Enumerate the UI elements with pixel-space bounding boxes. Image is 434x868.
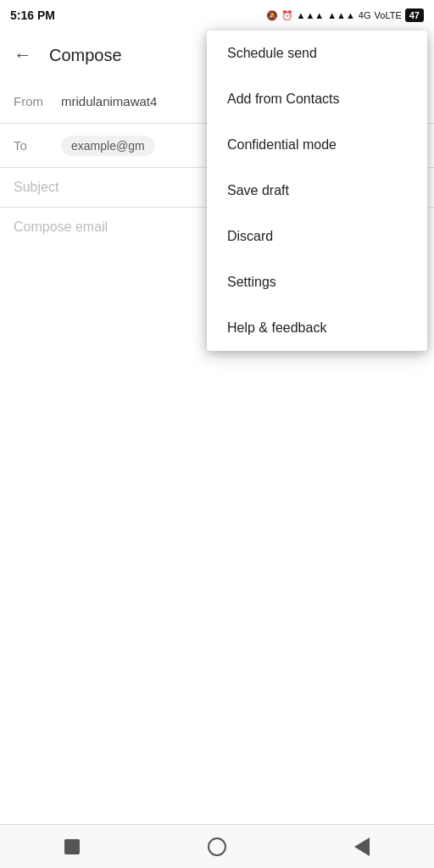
from-label: From	[14, 94, 61, 108]
status-bar: 5:16 PM 🔕 ⏰ ▲▲▲ ▲▲▲ 4G VoLTE 47	[0, 0, 434, 31]
nav-back-button[interactable]	[341, 826, 383, 868]
page-title: Compose	[49, 46, 122, 65]
triangle-icon	[354, 837, 370, 856]
signal2-icon: ▲▲▲	[327, 10, 355, 20]
mute-icon: 🔕	[266, 10, 278, 21]
status-icons: 🔕 ⏰ ▲▲▲ ▲▲▲ 4G VoLTE 47	[266, 8, 425, 22]
menu-item-schedule-send[interactable]: Schedule send	[207, 31, 427, 76]
square-icon	[64, 839, 80, 854]
to-label: To	[14, 138, 61, 153]
subject-input[interactable]: Subject	[14, 180, 58, 194]
signal-icon: ▲▲▲	[297, 10, 325, 20]
menu-item-help-feedback[interactable]: Help & feedback	[207, 305, 427, 351]
circle-icon	[208, 837, 226, 856]
compose-input[interactable]: Compose email	[14, 220, 108, 234]
back-button[interactable]: ←	[14, 44, 32, 66]
menu-item-discard[interactable]: Discard	[207, 214, 427, 259]
status-time: 5:16 PM	[10, 8, 55, 22]
battery-icon: 47	[405, 8, 424, 22]
menu-item-confidential-mode[interactable]: Confidential mode	[207, 122, 427, 168]
menu-item-add-from-contacts[interactable]: Add from Contacts	[207, 76, 427, 122]
network-4g: 4G	[359, 10, 371, 20]
nav-home-button[interactable]	[196, 826, 238, 868]
volte-icon: VoLTE	[375, 10, 402, 20]
menu-item-save-draft[interactable]: Save draft	[207, 168, 427, 214]
menu-item-settings[interactable]: Settings	[207, 259, 427, 305]
bottom-navigation	[0, 824, 434, 868]
alarm-icon: ⏰	[281, 10, 293, 21]
context-menu: Schedule send Add from Contacts Confiden…	[207, 31, 427, 351]
to-input-chip[interactable]: example@gm	[61, 136, 155, 156]
nav-recents-button[interactable]	[51, 826, 93, 868]
